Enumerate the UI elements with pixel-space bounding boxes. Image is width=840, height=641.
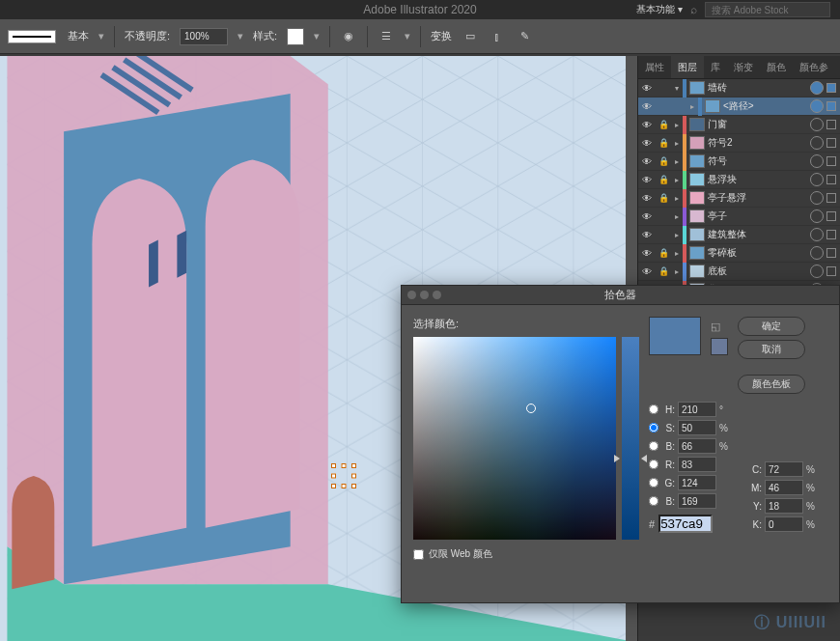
panel-tab[interactable]: 渐变 [727, 56, 760, 78]
stroke-preview[interactable] [8, 30, 56, 43]
b-input[interactable] [678, 438, 716, 454]
transform-label[interactable]: 变换 [431, 29, 452, 43]
target-icon[interactable] [810, 191, 824, 205]
visibility-toggle[interactable]: 👁 [638, 138, 656, 149]
layer-row[interactable]: 👁▸亭子 [638, 208, 840, 226]
selection-handles[interactable] [333, 465, 354, 487]
visibility-toggle[interactable]: 👁 [638, 193, 656, 204]
k-input[interactable] [765, 516, 803, 532]
layer-name[interactable]: 建筑整体 [708, 228, 807, 241]
previous-color[interactable] [711, 338, 728, 355]
layer-name[interactable]: 零碎板 [708, 246, 807, 260]
expand-toggle[interactable]: ▸ [671, 121, 683, 129]
shape-icon[interactable]: ▭ [462, 28, 479, 45]
layer-name[interactable]: 符号 [708, 154, 807, 168]
expand-toggle[interactable]: ▾ [671, 84, 683, 93]
bl-input[interactable] [678, 493, 716, 509]
selection-indicator[interactable] [826, 156, 836, 166]
lock-toggle[interactable]: 🔒 [656, 120, 671, 129]
selection-indicator[interactable] [826, 138, 836, 148]
g-radio[interactable] [649, 478, 658, 488]
opacity-input[interactable] [180, 28, 228, 45]
selection-indicator[interactable] [826, 230, 836, 239]
visibility-toggle[interactable]: 👁 [638, 248, 656, 259]
layer-row[interactable]: 👁▸<路径> [638, 98, 840, 116]
c-input[interactable] [765, 461, 803, 477]
layer-row[interactable]: 👁🔒▸悬浮块 [638, 171, 840, 189]
panel-tab[interactable]: 属性 [638, 56, 671, 78]
layer-name[interactable]: <路径> [723, 99, 807, 113]
layer-row[interactable]: 👁🔒▸底板 [638, 263, 840, 281]
web-only-checkbox[interactable]: 仅限 Web 颜色 [413, 547, 639, 561]
layer-row[interactable]: 👁▾墙砖 [638, 79, 840, 98]
b-radio[interactable] [649, 441, 658, 451]
visibility-toggle[interactable]: 👁 [638, 156, 656, 167]
expand-toggle[interactable]: ▸ [671, 176, 683, 184]
lock-toggle[interactable]: 🔒 [656, 138, 671, 148]
target-icon[interactable] [810, 81, 824, 95]
window-controls[interactable] [407, 291, 441, 299]
lock-toggle[interactable]: 🔒 [656, 175, 671, 184]
lock-toggle[interactable]: 🔒 [656, 156, 671, 166]
hex-input[interactable] [658, 515, 713, 533]
g-input[interactable] [678, 475, 716, 490]
expand-toggle[interactable]: ▸ [671, 267, 683, 276]
selection-indicator[interactable] [826, 266, 836, 276]
expand-toggle[interactable]: ▸ [671, 231, 683, 239]
panel-tab[interactable]: 颜色参 [793, 56, 835, 78]
s-input[interactable] [678, 420, 716, 435]
lock-toggle[interactable]: 🔒 [656, 193, 671, 203]
selection-indicator[interactable] [826, 248, 836, 258]
lock-toggle[interactable]: 🔒 [656, 266, 671, 276]
ok-button[interactable]: 确定 [738, 317, 805, 336]
style-swatch[interactable] [287, 28, 304, 45]
r-input[interactable] [678, 457, 716, 472]
cancel-button[interactable]: 取消 [738, 340, 805, 359]
layer-name[interactable]: 底板 [708, 265, 807, 278]
layer-name[interactable]: 悬浮块 [708, 173, 807, 186]
layer-row[interactable]: 👁🔒▸零碎板 [638, 244, 840, 263]
layer-row[interactable]: 👁🔒▸亭子悬浮 [638, 189, 840, 208]
h-radio[interactable] [649, 404, 658, 414]
align-icon[interactable]: ☰ [378, 28, 395, 45]
selection-indicator[interactable] [826, 193, 836, 203]
expand-toggle[interactable]: ▸ [671, 249, 683, 258]
selection-indicator[interactable] [826, 211, 836, 221]
visibility-toggle[interactable]: 👁 [638, 211, 656, 222]
dialog-title-bar[interactable]: 拾色器 [402, 286, 839, 305]
expand-toggle[interactable]: ▸ [671, 139, 683, 148]
panel-tab[interactable]: 库 [704, 56, 727, 78]
isolate-icon[interactable]: ⫿ [489, 28, 506, 45]
chevron-down-icon[interactable]: ▾ [238, 30, 243, 42]
hue-slider[interactable] [622, 337, 639, 540]
r-radio[interactable] [649, 460, 658, 469]
chevron-down-icon[interactable]: ▾ [314, 30, 320, 42]
target-icon[interactable] [810, 209, 824, 223]
chevron-down-icon[interactable]: ▾ [98, 30, 104, 42]
panel-tab[interactable]: 颜色 [760, 56, 793, 78]
panel-tab[interactable]: 图层 [671, 56, 704, 78]
layer-row[interactable]: 👁▸建筑整体 [638, 226, 840, 244]
expand-toggle[interactable]: ▸ [686, 102, 698, 111]
selection-indicator[interactable] [826, 120, 836, 129]
saturation-value-field[interactable] [413, 337, 616, 540]
layer-name[interactable]: 墙砖 [708, 81, 807, 95]
bl-radio[interactable] [649, 496, 658, 506]
target-icon[interactable] [810, 154, 824, 168]
selection-indicator[interactable] [826, 83, 836, 93]
layer-name[interactable]: 亭子悬浮 [708, 191, 807, 205]
visibility-toggle[interactable]: 👁 [638, 175, 656, 185]
layer-name[interactable]: 亭子 [708, 209, 807, 223]
target-icon[interactable] [810, 228, 824, 241]
layer-row[interactable]: 👁🔒▸符号 [638, 153, 840, 171]
selection-indicator[interactable] [826, 101, 836, 111]
target-icon[interactable] [810, 136, 824, 150]
layer-name[interactable]: 符号2 [708, 136, 807, 150]
selection-indicator[interactable] [826, 175, 836, 184]
m-input[interactable] [765, 480, 803, 495]
target-icon[interactable] [810, 118, 824, 131]
visibility-toggle[interactable]: 👁 [638, 266, 656, 277]
target-icon[interactable] [810, 99, 824, 113]
visibility-toggle[interactable]: 👁 [638, 230, 656, 240]
recolor-icon[interactable]: ◉ [340, 28, 357, 45]
